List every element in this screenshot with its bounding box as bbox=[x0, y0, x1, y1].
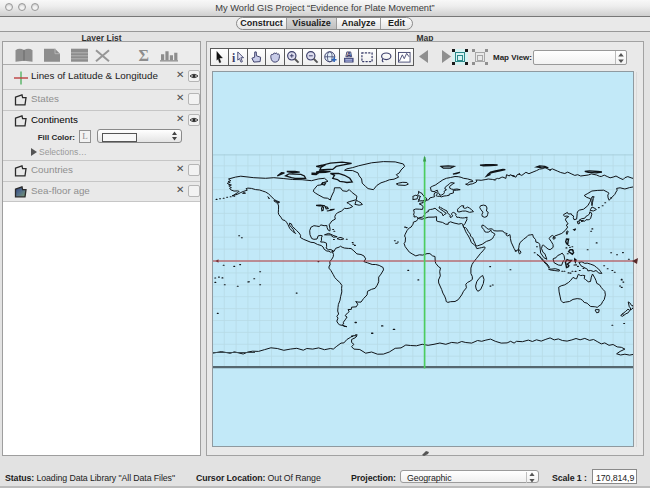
svg-text:i: i bbox=[231, 51, 235, 64]
svg-text:Σ: Σ bbox=[139, 47, 149, 64]
svg-text:A: A bbox=[346, 51, 351, 58]
